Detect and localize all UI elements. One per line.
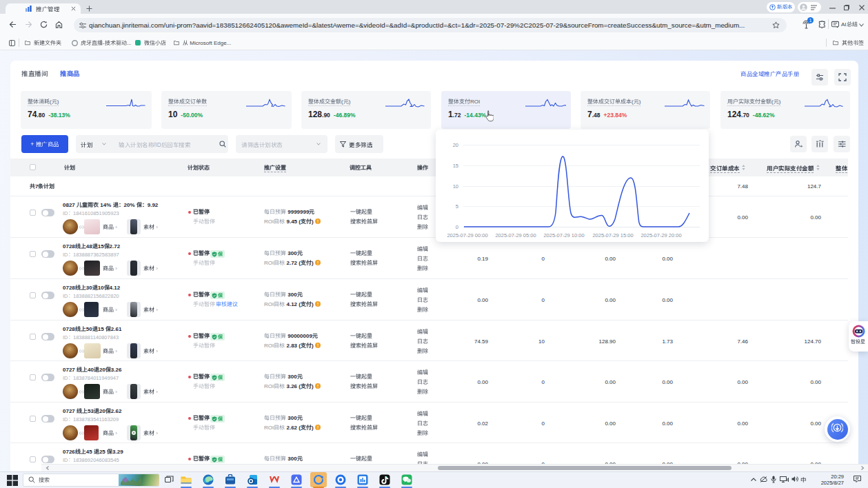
svg-text:2025-07-29 05:00: 2025-07-29 05:00 [495,232,536,238]
svg-text:2025-07-29 10:00: 2025-07-29 10:00 [543,232,584,238]
svg-text:2025-07-29 20:00: 2025-07-29 20:00 [640,232,681,238]
svg-text:0: 0 [456,224,458,230]
svg-text:20: 20 [453,142,458,148]
svg-text:15: 15 [453,163,458,169]
svg-text:2025-07-29 15:00: 2025-07-29 15:00 [592,232,633,238]
svg-text:5: 5 [456,203,458,210]
svg-text:2025-07-29 00:00: 2025-07-29 00:00 [447,232,487,238]
svg-text:10: 10 [453,183,458,190]
